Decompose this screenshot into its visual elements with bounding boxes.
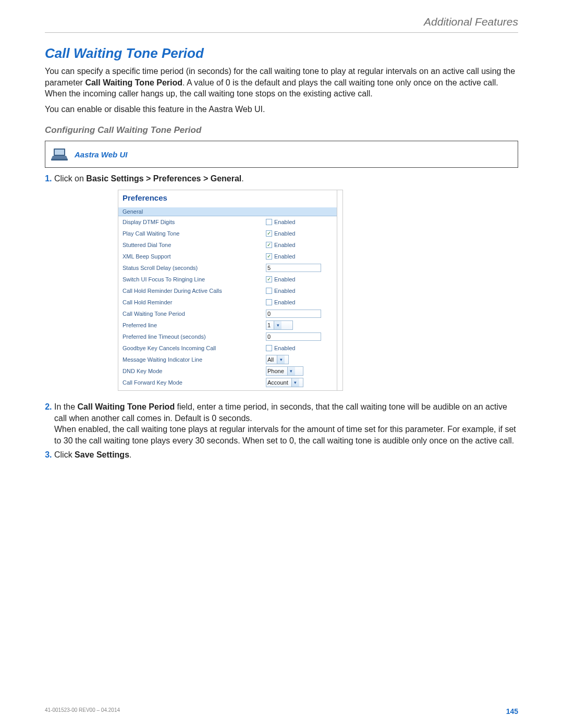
label-holdactive: Call Hold Reminder During Active Calls [123,288,266,294]
enabled-label: Enabled [274,288,295,294]
label-mwi: Message Waiting Indicator Line [123,356,266,363]
label-preftimeout: Preferred line Timeout (seconds) [123,334,266,340]
input-cwperiod[interactable] [266,310,321,318]
page-header: Additional Features [45,16,518,33]
svg-rect-3 [51,159,68,161]
label-scrolldelay: Status Scroll Delay (seconds) [123,265,266,271]
row-xmlbeep: XML Beep Support ✓Enabled [118,251,342,262]
laptop-icon [51,145,68,163]
row-dtmf: Display DTMF Digits Enabled [118,216,342,228]
section-title: Additional Features [424,16,518,28]
label-stuttered: Stuttered Dial Tone [123,242,266,248]
chevron-down-icon: ▾ [287,367,295,375]
label-prefline: Preferred line [123,322,266,328]
select-dndmode[interactable]: Phone ▾ [266,366,303,376]
checkbox-dtmf[interactable] [266,219,272,225]
row-preftimeout: Preferred line Timeout (seconds) [118,331,342,342]
input-preftimeout[interactable] [266,332,321,341]
row-stuttered: Stuttered Dial Tone ✓Enabled [118,239,342,251]
select-prefline[interactable]: 1 ▾ [266,320,293,330]
steps-list-cont: In the Call Waiting Tone Period field, e… [45,401,518,461]
enabled-label: Enabled [274,230,295,237]
checkbox-xmlbeep[interactable]: ✓ [266,253,272,260]
label-cwperiod: Call Waiting Tone Period [123,311,266,317]
select-mwi-value: All [267,356,274,363]
doc-rev: 41-001523-00 REV00 – 04.2014 [45,707,120,715]
label-xmlbeep: XML Beep Support [123,253,266,260]
step-2: In the Call Waiting Tone Period field, e… [54,401,518,446]
label-dtmf: Display DTMF Digits [123,219,266,225]
row-goodbye: Goodbye Key Cancels Incoming Call Enable… [118,342,342,354]
web-ui-label: Aastra Web UI [75,150,127,159]
step-1: Click on Basic Settings > Preferences > … [54,173,518,184]
label-dndmode: DND Key Mode [123,368,266,374]
row-prefline: Preferred line 1 ▾ [118,319,342,331]
page-number: 145 [506,707,518,715]
enabled-label: Enabled [274,276,295,282]
input-scrolldelay[interactable] [266,264,321,272]
checkbox-playcw[interactable]: ✓ [266,230,272,237]
label-switchui: Switch UI Focus To Ringing Line [123,276,266,282]
preferences-screenshot: Preferences General Display DTMF Digits … [118,190,518,391]
chevron-down-icon: ▾ [291,378,299,387]
checkbox-switchui[interactable]: ✓ [266,276,272,282]
step-1-path: Basic Settings > Preferences > General [86,174,241,183]
prefs-section-general: General [118,207,342,216]
step-1-text: Click on [54,174,86,183]
select-prefline-value: 1 [267,322,271,328]
select-mwi[interactable]: All ▾ [266,355,289,364]
prefs-heading: Preferences [118,190,342,207]
step-2-field: Call Waiting Tone Period [77,402,175,411]
step-3-bold: Save Settings [75,450,129,459]
intro-paragraph-1: You can specify a specific time period (… [45,66,518,100]
row-cwperiod: Call Waiting Tone Period [118,308,342,319]
enabled-label: Enabled [274,242,295,248]
checkbox-holdrem[interactable] [266,299,272,305]
select-dndmode-value: Phone [267,368,284,374]
step-3: Click Save Settings. [54,449,518,461]
row-mwi: Message Waiting Indicator Line All ▾ [118,354,342,365]
select-cfwdmode[interactable]: Account ▾ [266,378,303,387]
intro-bold-param: Call Waiting Tone Period [85,78,182,87]
label-cfwdmode: Call Forward Key Mode [123,379,266,386]
checkbox-stuttered[interactable]: ✓ [266,242,272,248]
checkbox-holdactive[interactable] [266,288,272,294]
enabled-label: Enabled [274,219,295,225]
step-3-text-a: Click [54,450,75,459]
steps-list: Click on Basic Settings > Preferences > … [45,173,518,184]
enabled-label: Enabled [274,345,295,351]
step-3-text-b: . [129,450,131,459]
row-holdrem: Call Hold Reminder Enabled [118,297,342,308]
enabled-label: Enabled [274,253,295,260]
label-playcw: Play Call Waiting Tone [123,230,266,237]
svg-rect-1 [55,150,64,155]
intro-paragraph-2: You can enable or disable this feature i… [45,104,518,115]
page-title: Call Waiting Tone Period [45,45,518,61]
svg-marker-2 [51,156,68,159]
config-subhead: Configuring Call Waiting Tone Period [45,125,518,135]
enabled-label: Enabled [274,299,295,305]
select-cfwdmode-value: Account [267,379,288,386]
label-holdrem: Call Hold Reminder [123,299,266,305]
row-scrolldelay: Status Scroll Delay (seconds) [118,262,342,274]
row-cfwdmode: Call Forward Key Mode Account ▾ [118,377,342,390]
step-2-text-a: In the [54,402,77,411]
row-dndmode: DND Key Mode Phone ▾ [118,365,342,377]
checkbox-goodbye[interactable] [266,345,272,351]
web-ui-callout: Aastra Web UI [45,141,518,168]
row-playcw: Play Call Waiting Tone ✓Enabled [118,228,342,239]
row-holdactive: Call Hold Reminder During Active Calls E… [118,285,342,297]
step-1-tail: . [241,174,243,183]
chevron-down-icon: ▾ [277,355,285,364]
row-switchui: Switch UI Focus To Ringing Line ✓Enabled [118,274,342,285]
step-2-text-c: When enabled, the call waiting tone play… [54,425,516,445]
label-goodbye: Goodbye Key Cancels Incoming Call [123,345,266,351]
page-footer: 41-001523-00 REV00 – 04.2014 145 [45,707,518,715]
chevron-down-icon: ▾ [274,321,282,329]
